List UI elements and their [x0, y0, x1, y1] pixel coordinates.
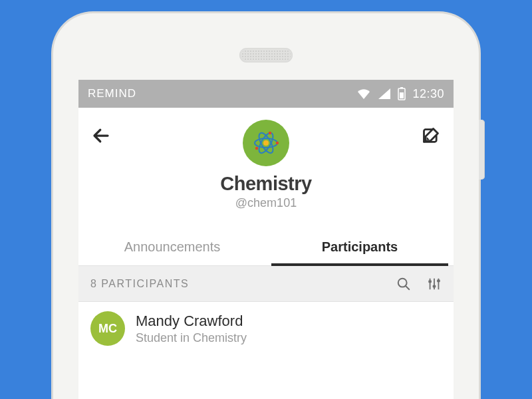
class-avatar — [243, 120, 289, 166]
search-icon — [396, 277, 411, 291]
svg-rect-16 — [433, 285, 436, 287]
participants-list: MC Mandy Crawford Student in Chemistry — [78, 302, 454, 355]
compose-button[interactable] — [418, 122, 444, 149]
tab-announcements[interactable]: Announcements — [78, 230, 266, 265]
participant-role: Student in Chemistry — [136, 331, 247, 345]
wifi-icon — [356, 88, 371, 100]
cellular-icon — [378, 88, 391, 100]
atom-icon — [251, 128, 281, 158]
carrier-label: REMIND — [88, 87, 136, 100]
battery-icon — [398, 87, 406, 100]
svg-line-11 — [406, 286, 409, 289]
svg-rect-15 — [428, 280, 432, 283]
filter-button[interactable] — [427, 277, 442, 291]
avatar: MC — [90, 311, 125, 346]
participant-name: Mandy Crawford — [136, 313, 247, 330]
tab-participants[interactable]: Participants — [266, 230, 454, 265]
search-button[interactable] — [396, 277, 411, 291]
sliders-icon — [427, 277, 442, 291]
tabs: Announcements Participants — [78, 230, 454, 266]
phone-frame: REMIND 12:30 — [53, 13, 479, 399]
svg-point-7 — [276, 142, 279, 144]
class-handle: @chem101 — [92, 196, 440, 210]
phone-side-button — [479, 120, 485, 180]
compose-icon — [422, 126, 440, 145]
svg-point-9 — [269, 132, 271, 134]
list-item[interactable]: MC Mandy Crawford Student in Chemistry — [78, 302, 454, 355]
status-bar: REMIND 12:30 — [78, 80, 454, 108]
svg-point-6 — [263, 140, 269, 146]
class-header: Chemistry @chem101 — [78, 108, 454, 214]
svg-rect-2 — [400, 92, 404, 98]
status-icons: 12:30 — [356, 87, 444, 101]
arrow-left-icon — [91, 126, 111, 146]
clock: 12:30 — [412, 87, 444, 101]
participants-count-label: 8 PARTICIPANTS — [90, 278, 396, 290]
phone-speaker — [239, 48, 293, 63]
screen: REMIND 12:30 — [78, 80, 454, 399]
participants-section-header: 8 PARTICIPANTS — [78, 266, 454, 302]
back-button[interactable] — [88, 122, 114, 149]
svg-point-8 — [255, 147, 258, 150]
class-title: Chemistry — [92, 173, 440, 195]
svg-rect-17 — [437, 279, 440, 282]
